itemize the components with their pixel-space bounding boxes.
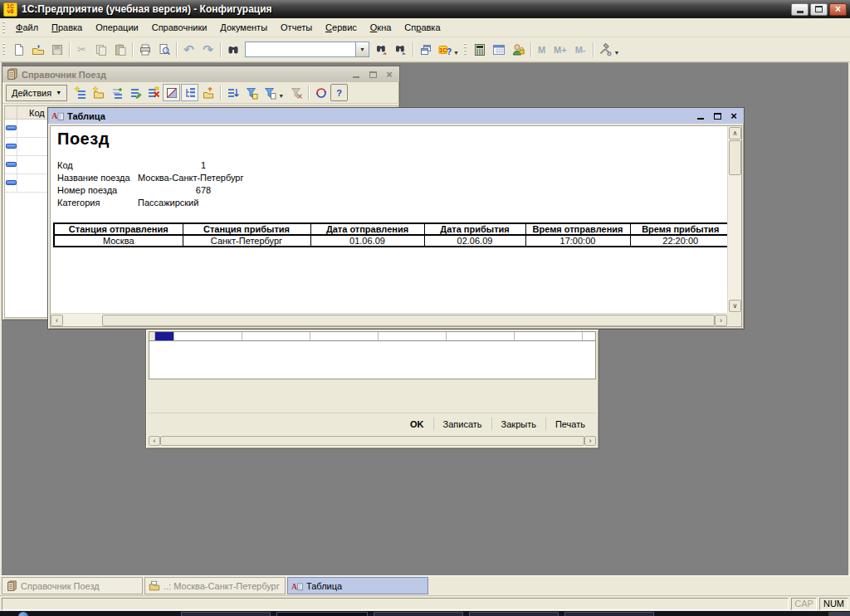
menu-reports[interactable]: Отчеты: [274, 21, 319, 34]
save-button[interactable]: [47, 41, 66, 59]
move-to-group-button[interactable]: [199, 84, 217, 101]
start-button[interactable]: [18, 612, 28, 616]
catalog-titlebar[interactable]: Справочник Поезд ×: [2, 66, 399, 82]
calculator-button[interactable]: [471, 41, 490, 59]
calendar-button[interactable]: [490, 41, 509, 59]
minimize-button[interactable]: [791, 3, 808, 16]
window-cascade-button[interactable]: [416, 41, 435, 59]
table-close-button[interactable]: ×: [729, 111, 739, 121]
grid-cell[interactable]: [174, 332, 242, 340]
menu-catalogs[interactable]: Справочники: [145, 21, 214, 34]
close-button[interactable]: ×: [829, 3, 847, 16]
find-button[interactable]: [223, 41, 242, 59]
memory-m-plus-button[interactable]: M+: [550, 41, 571, 59]
taskbar-button[interactable]: [181, 612, 271, 616]
tab-catalog-window[interactable]: Справочник Поезд: [2, 577, 143, 594]
ok-button[interactable]: OK: [401, 419, 433, 429]
catalog-minimize-button[interactable]: [351, 70, 361, 80]
filter-by-value-button[interactable]: [242, 84, 260, 101]
write-button[interactable]: Записать: [434, 419, 491, 429]
memory-m-button[interactable]: M: [534, 41, 550, 59]
scroll-up-button[interactable]: ∧: [729, 127, 741, 139]
menu-service[interactable]: Сервис: [319, 21, 364, 34]
set-delete-mark-button[interactable]: [144, 84, 162, 101]
view-mode-button[interactable]: [163, 84, 180, 101]
search-combobox: ▼: [245, 42, 369, 57]
search-input[interactable]: [246, 42, 355, 56]
table-titlebar[interactable]: A Таблица ×: [48, 108, 744, 124]
catalog-help-button[interactable]: ?: [330, 84, 348, 101]
tools-dropdown-arrow[interactable]: ▼: [614, 50, 620, 56]
menu-grip[interactable]: [2, 22, 5, 34]
grid-cell[interactable]: [447, 332, 515, 340]
grid-cell[interactable]: [379, 332, 447, 340]
refresh-button[interactable]: [312, 84, 330, 101]
find-previous-button[interactable]: [391, 41, 410, 59]
cut-button[interactable]: ✂: [72, 41, 91, 59]
field-value: Москва-Санкт-Петербург: [138, 172, 244, 184]
menu-operations[interactable]: Операции: [89, 21, 144, 34]
grid-cell[interactable]: [242, 332, 310, 340]
actions-menu-button[interactable]: Действия ▼: [6, 85, 67, 101]
print-button[interactable]: [135, 41, 154, 59]
filter-settings-button[interactable]: [261, 84, 278, 101]
table-minimize-button[interactable]: [696, 111, 706, 121]
paste-button[interactable]: [110, 41, 129, 59]
taskbar-button[interactable]: [276, 612, 368, 616]
tab-table-window[interactable]: A Таблица: [287, 577, 428, 594]
scroll-thumb[interactable]: [102, 315, 715, 326]
tools-button[interactable]: [596, 41, 615, 59]
edit-item-button[interactable]: [126, 84, 144, 101]
add-group-button[interactable]: [90, 84, 107, 101]
memory-m-minus-button[interactable]: M-: [571, 41, 590, 59]
help-dropdown-arrow[interactable]: ▼: [453, 50, 459, 56]
new-document-button[interactable]: [9, 41, 28, 59]
menu-edit[interactable]: Правка: [45, 21, 89, 34]
grid-cell[interactable]: [310, 332, 379, 340]
add-by-copy-button[interactable]: [108, 84, 125, 101]
scroll-thumb[interactable]: [160, 436, 584, 446]
print-form-button[interactable]: Печать: [546, 419, 594, 429]
find-next-button[interactable]: [372, 41, 391, 59]
menu-file[interactable]: Файл: [9, 21, 45, 34]
close-form-button[interactable]: Закрыть: [492, 419, 545, 429]
catalog-close-button[interactable]: ×: [384, 70, 394, 80]
taskbar-button[interactable]: [374, 612, 463, 616]
copy-button[interactable]: [91, 41, 110, 59]
scroll-thumb[interactable]: [729, 140, 741, 175]
scroll-down-button[interactable]: ∨: [729, 300, 741, 312]
element-grid-row[interactable]: [149, 332, 595, 341]
restore-button[interactable]: [810, 3, 828, 16]
print-preview-button[interactable]: [154, 41, 173, 59]
toolbar-grip-2[interactable]: [464, 43, 467, 56]
sort-button[interactable]: [224, 84, 242, 101]
filter-dropdown-arrow[interactable]: ▼: [278, 93, 284, 99]
undo-button[interactable]: ↶: [179, 41, 198, 59]
scroll-left-button[interactable]: ‹: [51, 315, 63, 326]
scroll-left-button[interactable]: ‹: [149, 436, 160, 446]
menu-documents[interactable]: Документы: [213, 21, 274, 34]
selected-cell[interactable]: [155, 332, 174, 340]
taskbar-button[interactable]: [564, 612, 654, 616]
open-file-button[interactable]: [28, 41, 47, 59]
combo-dropdown-button[interactable]: ▼: [355, 42, 369, 56]
toolbar-grip[interactable]: [2, 43, 5, 56]
redo-button[interactable]: ↷: [198, 41, 217, 59]
menu-windows[interactable]: Окна: [364, 21, 398, 34]
field-value: Пассажирский: [138, 197, 198, 209]
view-mode-icon: [165, 86, 178, 100]
menu-help[interactable]: Справка: [398, 21, 447, 34]
scroll-right-button[interactable]: ›: [715, 315, 727, 326]
minimize-icon: [697, 118, 704, 120]
hierarchy-view-button[interactable]: [181, 84, 198, 101]
scroll-right-button[interactable]: ›: [584, 436, 596, 446]
tab-element-window[interactable]: ..: Москва-Санкт-Петербург: [144, 577, 286, 594]
cancel-filter-button[interactable]: [287, 84, 305, 101]
add-item-button[interactable]: [71, 84, 89, 101]
user-lock-button[interactable]: [509, 41, 528, 59]
table-maximize-button[interactable]: [712, 111, 722, 121]
grid-cell[interactable]: [515, 332, 583, 340]
taskbar-button[interactable]: [469, 612, 559, 616]
catalog-maximize-button[interactable]: [368, 70, 378, 80]
help-1c-button[interactable]: 1С?: [435, 41, 454, 59]
